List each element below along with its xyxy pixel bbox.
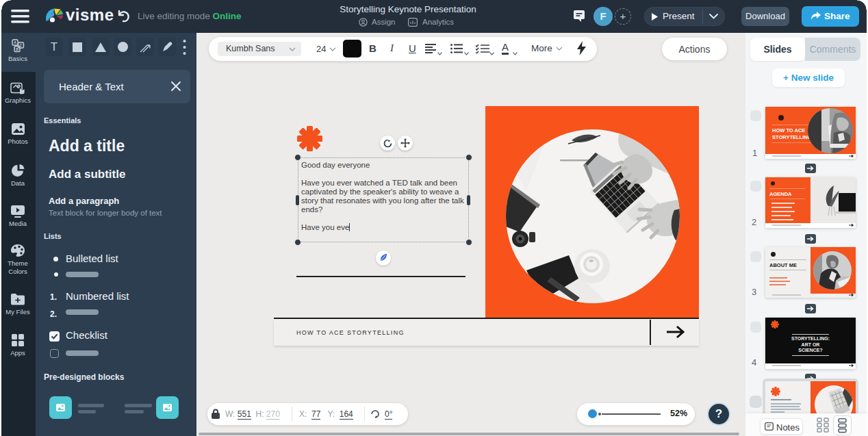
svg-text:C: C — [20, 43, 23, 47]
svg-text:A: A — [14, 40, 16, 44]
svg-text:B: B — [16, 47, 18, 51]
